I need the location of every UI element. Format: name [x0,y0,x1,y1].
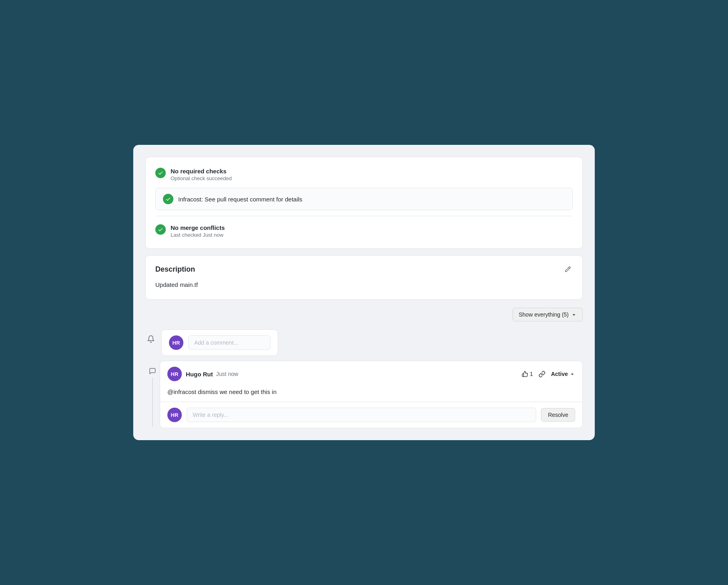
comment-body: @infracost dismiss we need to get this i… [160,387,582,402]
active-status[interactable]: Active [551,371,575,377]
no-merge-conflicts-item: No merge conflicts Last checked Just now [155,222,573,240]
reply-input[interactable] [187,408,536,422]
comment-timestamp: Just now [216,371,238,377]
reply-avatar: HR [167,408,182,422]
subscribe-icon [145,333,157,345]
link-button[interactable] [539,371,545,378]
comments-area: HR HR Hugo Rut [145,329,583,428]
no-merge-conflicts-subtitle: Last checked Just now [171,232,225,238]
reply-row: HR Resolve [160,402,582,428]
comment-avatar: HR [167,367,182,381]
check-icon-no-required [155,168,166,178]
comment-timeline-icon [148,366,157,376]
comment-header: HR Hugo Rut Just now 1 [160,361,582,387]
like-count: 1 [530,371,533,377]
check-icon-merge [155,224,166,235]
comment-actions: 1 Active [522,371,575,378]
check-icon-infracost [163,194,173,204]
description-title: Description [155,265,195,274]
no-merge-conflicts-text: No merge conflicts Last checked Just now [171,224,225,238]
checks-card: No required checks Optional check succee… [145,157,583,249]
show-everything-row: Show everything (5) [145,306,583,323]
infracost-box: Infracost: See pull request comment for … [155,188,573,210]
no-required-checks-title: No required checks [171,168,232,175]
comments-list: HR Hugo Rut Just now 1 [160,361,583,428]
add-comment-row: HR [161,329,278,356]
description-card: Description Updated main.tf [145,255,583,300]
checks-divider [155,216,573,216]
no-required-checks-item: No required checks Optional check succee… [155,165,573,184]
no-required-checks-subtitle: Optional check succeeded [171,175,232,181]
add-comment-input[interactable] [188,335,270,350]
edit-description-button[interactable] [563,264,573,274]
timeline-icons [145,361,160,428]
active-label: Active [551,371,568,377]
like-button[interactable]: 1 [522,371,533,377]
no-merge-conflicts-title: No merge conflicts [171,224,225,231]
add-comment-avatar: HR [169,335,183,350]
resolve-button[interactable]: Resolve [541,408,575,422]
show-everything-button[interactable]: Show everything (5) [512,308,583,321]
show-everything-label: Show everything (5) [519,311,569,318]
comment-thread-wrapper: HR Hugo Rut Just now 1 [145,361,583,428]
description-header: Description [155,264,573,274]
timeline-line [152,378,153,427]
comment-author: Hugo Rut [186,371,213,378]
comment-card: HR Hugo Rut Just now 1 [160,361,583,428]
comment-meta: Hugo Rut Just now [186,371,518,378]
description-body: Updated main.tf [155,281,573,288]
main-container: No required checks Optional check succee… [133,145,595,440]
add-comment-outer: HR [145,329,583,356]
no-required-checks-text: No required checks Optional check succee… [171,168,232,181]
infracost-label: Infracost: See pull request comment for … [178,196,302,203]
